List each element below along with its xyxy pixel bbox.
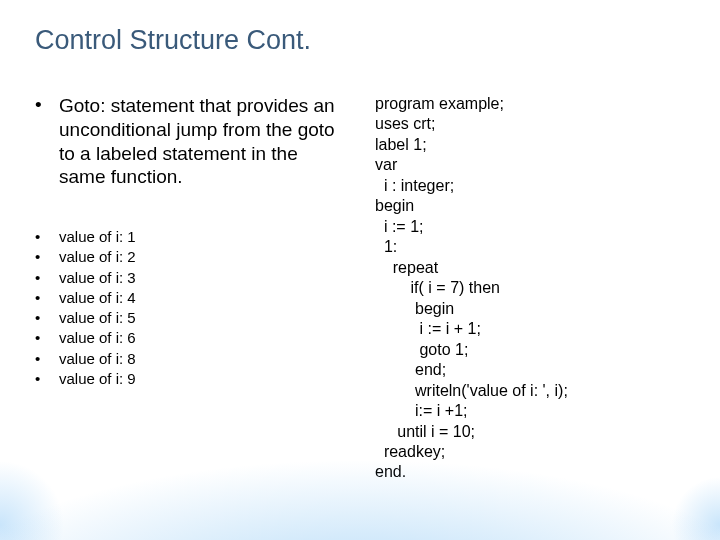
bullet-mark: • — [35, 247, 59, 267]
code-block: program example; uses crt; label 1; var … — [375, 94, 685, 483]
right-column: program example; uses crt; label 1; var … — [375, 94, 685, 483]
list-item-text: value of i: 9 — [59, 369, 136, 389]
list-item-text: value of i: 3 — [59, 268, 136, 288]
bullet-mark: • — [35, 308, 59, 328]
bullet-mark: • — [35, 288, 59, 308]
list-item-text: value of i: 2 — [59, 247, 136, 267]
bullet-mark: • — [35, 369, 59, 389]
list-item: • value of i: 2 — [35, 247, 345, 267]
page-title: Control Structure Cont. — [35, 25, 685, 56]
list-item: • value of i: 6 — [35, 328, 345, 348]
list-item: • value of i: 5 — [35, 308, 345, 328]
bullet-mark: • — [35, 328, 59, 348]
bullet-text: Goto: statement that provides an uncondi… — [59, 94, 345, 189]
list-item: • value of i: 3 — [35, 268, 345, 288]
slide: Control Structure Cont. • Goto: statemen… — [0, 0, 720, 540]
list-item: • value of i: 1 — [35, 227, 345, 247]
list-item-text: value of i: 4 — [59, 288, 136, 308]
bullet-mark: • — [35, 349, 59, 369]
bullet-mark: • — [35, 268, 59, 288]
bullet-mark: • — [35, 94, 59, 189]
list-item-text: value of i: 1 — [59, 227, 136, 247]
list-item: • value of i: 9 — [35, 369, 345, 389]
list-item-text: value of i: 6 — [59, 328, 136, 348]
bullet-mark: • — [35, 227, 59, 247]
list-item: • value of i: 4 — [35, 288, 345, 308]
left-column: • Goto: statement that provides an uncon… — [35, 94, 345, 483]
output-list: • value of i: 1 • value of i: 2 • value … — [35, 227, 345, 389]
content-columns: • Goto: statement that provides an uncon… — [35, 94, 685, 483]
main-bullet: • Goto: statement that provides an uncon… — [35, 94, 345, 189]
list-item-text: value of i: 8 — [59, 349, 136, 369]
list-item-text: value of i: 5 — [59, 308, 136, 328]
list-item: • value of i: 8 — [35, 349, 345, 369]
